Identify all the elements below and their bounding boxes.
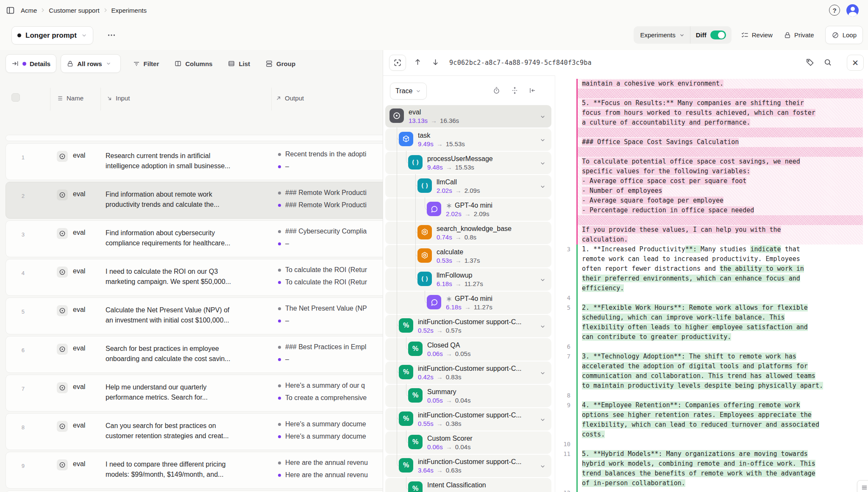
duration-comparison: 15.53s	[446, 140, 465, 147]
experiment-selector[interactable]: Longer prompt	[11, 26, 93, 44]
duration-base: 6.18s	[437, 280, 452, 287]
trace-id[interactable]: 9c062bc2-a8c7-4a88-9749-5cf840f3c9ba	[449, 59, 592, 67]
chevron-down-icon[interactable]	[540, 160, 546, 167]
trace-span-row[interactable]: task9.49s→15.53s	[385, 128, 551, 151]
filter-button[interactable]: Filter	[129, 55, 163, 72]
diff-line-number	[555, 215, 576, 225]
table-row[interactable]: 7evalHelp me understand our quarterlyper…	[6, 375, 383, 411]
trace-span-row[interactable]: %Intent Classification	[385, 478, 551, 492]
trace-span-row[interactable]: calculate0.53s→1.37s	[385, 245, 551, 267]
rows-scope-button[interactable]: All rows	[61, 54, 120, 73]
eval-icon	[57, 344, 68, 355]
breadcrumb-project[interactable]: Customer support	[49, 7, 99, 14]
review-button[interactable]: Review	[741, 31, 773, 39]
trace-span-row[interactable]: GPT-4o mini6.18s→11.27s	[385, 292, 551, 314]
output-line-comparison: Here's a summary docume	[278, 431, 383, 442]
diff-added-line: 73. **Technology Adoption**: The shift t…	[555, 352, 868, 361]
expand-rows-button[interactable]	[511, 86, 519, 95]
chevron-down-icon[interactable]	[540, 370, 546, 376]
rows-icon	[57, 95, 64, 102]
trace-span-row[interactable]: GPT-4o mini2.02s→2.09s	[385, 198, 551, 221]
collapse-panel-button[interactable]	[529, 86, 537, 95]
close-icon: ✕	[852, 58, 859, 68]
diff-line-text: remote work can lead to increased produc…	[578, 254, 863, 264]
table-row[interactable]: 2evalFind information about remote workp…	[6, 182, 383, 219]
trace-span-row[interactable]: ()llmCall2.02s→2.09s	[385, 175, 551, 197]
bottom-right-menu-button[interactable]	[857, 480, 868, 492]
span-title: Intent Classification	[427, 481, 486, 489]
experiment-more-button[interactable]	[107, 31, 116, 40]
search-trace-button[interactable]	[823, 58, 832, 67]
diff-removed-line	[555, 128, 868, 137]
diff-added-line: 115. **Hybrid Models**: Many organizatio…	[555, 449, 868, 459]
table-row[interactable]: 6evalSearch for best practices in employ…	[6, 336, 383, 373]
details-button[interactable]: Details	[6, 54, 56, 73]
trace-span-row[interactable]: %initFunction-Customer support-C...0.55s…	[385, 408, 551, 431]
select-all-checkbox[interactable]	[11, 93, 20, 102]
diff-line-text: efficiency.	[578, 284, 863, 293]
duration-base: 0.06s	[427, 443, 443, 450]
columns-button[interactable]: Columns	[170, 55, 216, 72]
chevron-down-icon[interactable]	[540, 417, 546, 423]
breadcrumb-page[interactable]: Experiments	[111, 7, 147, 14]
sidebar-toggle-icon[interactable]	[6, 6, 15, 15]
diff-toggle[interactable]	[710, 31, 726, 39]
span-title: processUserMessage	[427, 155, 493, 163]
next-row-button[interactable]	[431, 58, 440, 66]
avatar[interactable]	[846, 4, 859, 17]
previous-row-button[interactable]	[414, 58, 422, 66]
span-meta: GPT-4o mini2.02s→2.09s	[446, 202, 492, 221]
trace-span-row[interactable]: %initFunction-Customer support-C...0.52s…	[385, 315, 551, 337]
chevron-down-icon[interactable]	[540, 277, 546, 283]
help-button[interactable]: ?	[829, 5, 840, 16]
table-row[interactable]: 5evalCalculate the Net Present Value (NP…	[6, 297, 383, 334]
group-button[interactable]: Group	[262, 55, 299, 72]
trace-span-row[interactable]: %Closed QA0.06s→0.05s	[385, 338, 551, 361]
diff-line-text: scheduling, which can improve work-life …	[578, 313, 863, 322]
diff-line-number: 5	[555, 303, 576, 313]
table-row[interactable]: 4evalI need to calculate the ROI on our …	[6, 259, 383, 296]
trace-span-row[interactable]: %Summary0.05s→0.04s	[385, 385, 551, 407]
private-button[interactable]: Private	[784, 31, 814, 39]
chevron-down-icon[interactable]	[540, 323, 546, 330]
chevron-down-icon[interactable]	[540, 114, 546, 120]
diff-line-number	[555, 430, 576, 439]
chevron-down-icon[interactable]	[540, 137, 546, 143]
breadcrumb-org[interactable]: Acme	[21, 7, 37, 14]
table-row[interactable]: 1evalResearch current trends in artifici…	[6, 143, 383, 180]
expand-trace-button[interactable]	[389, 55, 406, 71]
trace-view-selector[interactable]: Trace	[390, 83, 427, 100]
column-header-input[interactable]: Input	[106, 95, 130, 102]
table-row[interactable]: 9evalI need to compare three different p…	[6, 452, 383, 489]
table-row[interactable]: 10evalResearch industry standards for Sa…	[6, 490, 383, 492]
loop-button[interactable]: Loop	[825, 26, 863, 44]
span-meta: search_knowledge_base0.74s→0.8s	[437, 225, 512, 244]
table-row[interactable]: 3evalFind information about cybersecurit…	[6, 220, 383, 257]
trace-span-row[interactable]: ()processUserMessage9.48s→15.53s	[385, 152, 551, 174]
diff-line-number	[555, 332, 576, 342]
row-number: 7	[14, 386, 25, 392]
trace-span-row[interactable]: %initFunction-Customer support-C...0.42s…	[385, 361, 551, 384]
trace-span-row[interactable]: ()llmFollowup6.18s→11.27s	[385, 268, 551, 291]
span-title: initFunction-Customer support-C...	[418, 365, 522, 372]
chevron-down-icon[interactable]	[540, 183, 546, 190]
list-button[interactable]: List	[224, 55, 254, 72]
trace-panel-header: 9c062bc2-a8c7-4a88-9749-5cf840f3c9ba ✕	[383, 50, 868, 76]
close-panel-button[interactable]: ✕	[847, 55, 864, 71]
span-title-text: initFunction-Customer support-C...	[418, 365, 522, 372]
trace-span-row[interactable]: eval13.13s→16.36s	[385, 105, 551, 128]
column-header-output[interactable]: Output	[275, 95, 304, 102]
timing-button[interactable]	[492, 86, 501, 95]
view-selector[interactable]: Experiments	[634, 31, 690, 39]
span-durations: 13.13s→16.36s	[409, 117, 459, 124]
trace-span-row[interactable]: %Custom Scorer0.06s→0.04s	[385, 431, 551, 454]
diff-removed-line: - Average square footage per employee	[555, 196, 868, 206]
table-row[interactable]: 8evalCan you search for best practices o…	[6, 413, 383, 450]
tag-button[interactable]	[806, 58, 814, 67]
chevron-down-icon[interactable]	[540, 463, 546, 470]
column-header-name[interactable]: Name	[57, 95, 83, 102]
trace-span-row[interactable]: %initFunction-Customer support-C...3.64s…	[385, 455, 551, 477]
trace-span-row[interactable]: search_knowledge_base0.74s→0.8s	[385, 222, 551, 244]
openai-logo-icon	[446, 203, 452, 209]
diff-line-text: 2. **Flexible Work Hours**: Remote work …	[578, 303, 863, 313]
